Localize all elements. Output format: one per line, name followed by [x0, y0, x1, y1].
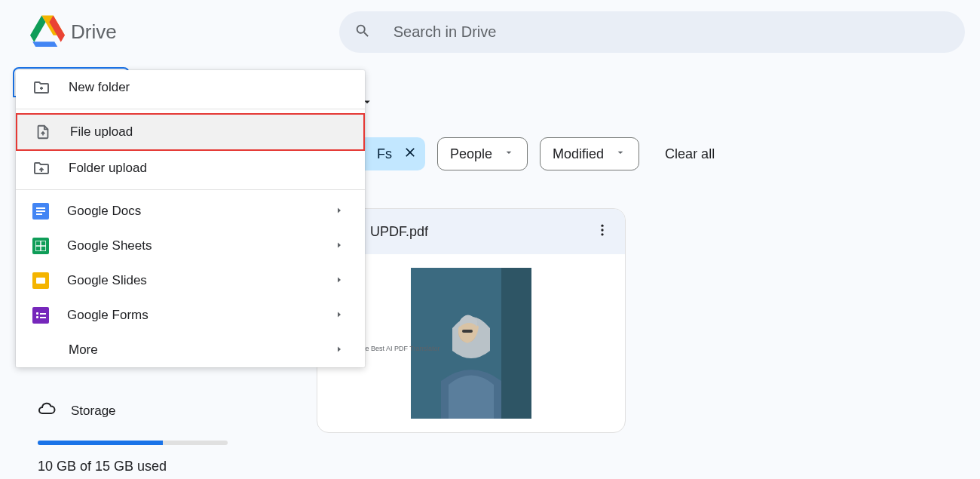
file-name: UPDF.pdf — [370, 224, 428, 240]
clear-all-filters[interactable]: Clear all — [665, 146, 715, 162]
google-slides-icon — [32, 272, 49, 289]
filter-chip-modified[interactable]: Modified — [540, 137, 639, 170]
drive-logo-lockup[interactable]: Drive — [30, 15, 117, 50]
new-menu: New folder File upload Folder upload Goo… — [16, 70, 365, 367]
storage-section[interactable]: Storage 10 GB of 15 GB used — [38, 400, 234, 474]
google-forms-icon — [32, 307, 49, 324]
menu-label: More — [69, 342, 317, 358]
chevron-down-icon — [503, 146, 515, 162]
svg-point-2 — [601, 233, 603, 235]
chevron-right-icon — [335, 204, 344, 219]
svg-point-1 — [601, 229, 603, 231]
chip-label: Fs — [377, 146, 392, 162]
menu-item-new-folder[interactable]: New folder — [16, 70, 365, 105]
filter-chip-people[interactable]: People — [437, 137, 528, 170]
folder-upload-icon — [32, 159, 51, 177]
search-bar[interactable]: Search in Drive — [339, 11, 965, 53]
chevron-right-icon — [335, 273, 344, 288]
filter-row: Fs People Modified Clear all — [317, 137, 980, 170]
menu-label: Google Slides — [67, 273, 317, 288]
google-sheets-icon — [32, 238, 49, 254]
chip-label: Modified — [553, 146, 604, 162]
drive-logo-icon — [30, 15, 65, 50]
chevron-right-icon — [335, 238, 344, 253]
menu-separator — [16, 109, 365, 109]
storage-label: Storage — [71, 404, 116, 419]
search-placeholder: Search in Drive — [394, 23, 497, 41]
chevron-right-icon — [335, 308, 344, 323]
menu-item-google-slides[interactable]: Google Slides — [16, 263, 365, 298]
storage-fill — [38, 441, 163, 445]
menu-item-google-forms[interactable]: Google Forms — [16, 298, 365, 333]
menu-label: Google Forms — [67, 308, 317, 323]
chevron-down-icon — [614, 146, 626, 162]
file-thumbnail — [411, 268, 531, 419]
file-upload-icon — [34, 123, 52, 141]
menu-label: New folder — [69, 80, 348, 95]
cloud-icon — [38, 400, 56, 422]
menu-label: Google Sheets — [67, 238, 317, 253]
spacer-icon — [32, 341, 51, 359]
chip-label: People — [450, 146, 492, 162]
menu-item-google-sheets[interactable]: Google Sheets — [16, 229, 365, 263]
app-title: Drive — [71, 20, 117, 44]
menu-item-more[interactable]: More — [16, 333, 365, 367]
svg-rect-8 — [462, 330, 473, 333]
menu-item-folder-upload[interactable]: Folder upload — [16, 151, 365, 186]
menu-label: Folder upload — [69, 161, 348, 176]
storage-usage-text: 10 GB of 15 GB used — [38, 459, 234, 474]
google-docs-icon — [32, 203, 49, 220]
menu-label: File upload — [70, 124, 347, 140]
breadcrumb[interactable]: rive — [317, 91, 980, 116]
menu-label: Google Docs — [67, 204, 317, 219]
storage-bar — [38, 441, 228, 445]
new-folder-icon — [32, 78, 51, 97]
chevron-right-icon — [335, 342, 344, 358]
search-icon — [354, 23, 371, 42]
svg-point-0 — [601, 225, 603, 227]
menu-item-file-upload[interactable]: File upload — [16, 113, 365, 151]
svg-rect-5 — [501, 268, 531, 419]
more-vert-icon[interactable] — [595, 223, 610, 241]
menu-separator — [16, 189, 365, 190]
close-icon[interactable] — [403, 145, 418, 164]
menu-item-google-docs[interactable]: Google Docs — [16, 194, 365, 229]
